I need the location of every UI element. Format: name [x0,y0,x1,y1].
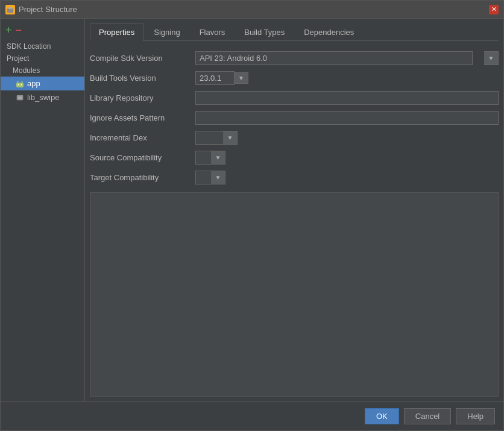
lib-swipe-label: lib_swipe [27,93,59,102]
compile-sdk-select[interactable]: API 23: Android 6.0 [195,51,473,65]
tab-flavors[interactable]: Flavors [191,24,235,40]
ignore-assets-label: Ignore Assets Pattern [90,113,195,122]
library-repo-row: Library Repository [90,88,499,108]
library-repo-input[interactable] [195,91,499,105]
build-tools-control: 23.0.1 ▼ [195,71,499,85]
project-item[interactable]: Project [1,52,84,64]
svg-rect-7 [17,95,23,100]
bottom-bar: OK Cancel Help [1,401,503,430]
incremental-dex-label: Incremental Dex [90,133,195,142]
svg-line-6 [22,81,22,83]
ignore-assets-row: Ignore Assets Pattern [90,108,499,128]
app-label: app [27,79,40,88]
lib-icon [16,93,24,102]
tabs: Properties Signing Flavors Build Types D… [90,24,499,41]
ignore-assets-input[interactable] [195,111,499,125]
target-compat-label: Target Compatibility [90,173,195,182]
compile-sdk-control: API 23: Android 6.0 ▼ [195,51,499,65]
build-tools-row: Build Tools Version 23.0.1 ▼ [90,68,499,88]
source-compat-label: Source Compatibility [90,153,195,162]
compile-sdk-row: Compile Sdk Version API 23: Android 6.0 … [90,48,499,68]
svg-rect-1 [8,7,12,9]
svg-rect-0 [7,8,13,13]
source-compat-row: Source Compatibility ▼ [90,148,499,168]
compile-sdk-arrow: ▼ [484,51,499,65]
library-repo-control [195,91,499,105]
tab-dependencies[interactable]: Dependencies [295,24,363,40]
incremental-dex-control: ▼ [195,131,499,145]
target-compat-select[interactable] [195,171,225,184]
close-button[interactable]: ✕ [489,5,499,14]
build-tools-value: 23.0.1 [195,71,235,85]
svg-rect-2 [16,83,24,87]
build-tools-dropdown[interactable]: ▼ [235,72,248,84]
sdk-location-item[interactable]: SDK Location [1,40,84,52]
svg-point-3 [18,84,19,85]
source-compat-select[interactable] [195,151,225,165]
incremental-dex-row: Incremental Dex ▼ [90,128,499,148]
title-bar: Project Structure ✕ [1,1,503,19]
project-structure-window: Project Structure ✕ + − SDK Location Pro… [0,0,504,431]
empty-panel [90,192,499,397]
compile-sdk-label: Compile Sdk Version [90,54,195,63]
target-compat-control: ▼ [195,171,499,184]
sidebar-item-lib-swipe[interactable]: lib_swipe [1,90,84,104]
target-compat-row: Target Compatibility ▼ [90,168,499,187]
app-icon [5,5,15,14]
svg-line-5 [17,81,18,83]
sidebar-item-app[interactable]: app [1,77,84,90]
tab-properties[interactable]: Properties [90,24,143,41]
incremental-dex-select[interactable] [195,131,238,145]
ignore-assets-control [195,111,499,125]
properties-form: Compile Sdk Version API 23: Android 6.0 … [90,48,499,187]
help-button[interactable]: Help [456,408,495,424]
tab-signing[interactable]: Signing [145,24,189,40]
android-icon [16,80,24,88]
window-title: Project Structure [19,5,77,14]
right-panel: Properties Signing Flavors Build Types D… [85,19,503,401]
sidebar-toolbar: + − [1,22,84,38]
cancel-button[interactable]: Cancel [404,408,451,424]
remove-button[interactable]: − [16,25,22,36]
library-repo-label: Library Repository [90,93,195,102]
source-compat-control: ▼ [195,151,499,165]
build-tools-label: Build Tools Version [90,74,195,83]
modules-item[interactable]: Modules [1,64,84,77]
add-button[interactable]: + [5,25,12,36]
main-content: + − SDK Location Project Modules app [1,19,503,401]
tab-build-types[interactable]: Build Types [235,24,294,40]
ok-button[interactable]: OK [365,408,399,424]
sidebar: + − SDK Location Project Modules app [1,19,85,401]
svg-point-4 [21,84,22,85]
